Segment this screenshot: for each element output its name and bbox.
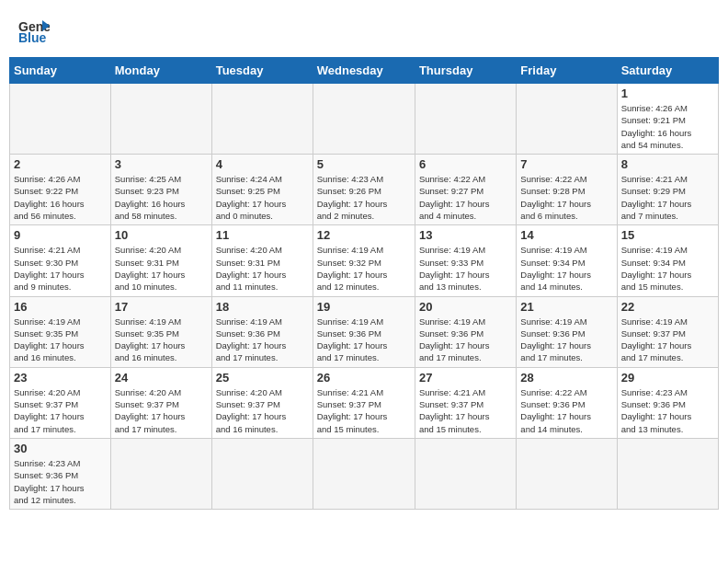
calendar-cell: 3Sunrise: 4:25 AM Sunset: 9:23 PM Daylig… (110, 155, 211, 225)
day-info: Sunrise: 4:19 AM Sunset: 9:36 PM Dayligh… (216, 316, 309, 364)
calendar-cell: 22Sunrise: 4:19 AM Sunset: 9:37 PM Dayli… (617, 296, 718, 367)
calendar-cell: 15Sunrise: 4:19 AM Sunset: 9:34 PM Dayli… (617, 225, 718, 296)
calendar-cell: 12Sunrise: 4:19 AM Sunset: 9:32 PM Dayli… (313, 225, 415, 296)
calendar-cell (211, 84, 313, 155)
day-number: 3 (115, 157, 208, 171)
calendar-cell (110, 438, 211, 509)
calendar-cell: 18Sunrise: 4:19 AM Sunset: 9:36 PM Dayli… (211, 296, 313, 367)
calendar-cell (10, 84, 111, 155)
day-info: Sunrise: 4:20 AM Sunset: 9:37 PM Dayligh… (216, 386, 309, 435)
day-info: Sunrise: 4:22 AM Sunset: 9:27 PM Dayligh… (419, 173, 512, 222)
calendar-cell: 10Sunrise: 4:20 AM Sunset: 9:31 PM Dayli… (110, 225, 211, 296)
calendar-cell: 23Sunrise: 4:20 AM Sunset: 9:37 PM Dayli… (10, 367, 111, 438)
weekday-header-thursday: Thursday (415, 58, 516, 84)
day-info: Sunrise: 4:22 AM Sunset: 9:36 PM Dayligh… (520, 386, 612, 435)
day-info: Sunrise: 4:20 AM Sunset: 9:37 PM Dayligh… (14, 386, 107, 435)
logo: General Blue (17, 13, 50, 46)
header: General Blue (9, 9, 719, 50)
calendar-cell: 29Sunrise: 4:23 AM Sunset: 9:36 PM Dayli… (617, 367, 718, 438)
calendar-row-1: 1Sunrise: 4:26 AM Sunset: 9:21 PM Daylig… (10, 84, 719, 155)
calendar-cell: 21Sunrise: 4:19 AM Sunset: 9:36 PM Dayli… (517, 296, 617, 367)
day-number: 27 (419, 371, 512, 385)
calendar-row-6: 30Sunrise: 4:23 AM Sunset: 9:36 PM Dayli… (10, 438, 719, 509)
day-number: 20 (419, 300, 512, 314)
calendar-cell: 16Sunrise: 4:19 AM Sunset: 9:35 PM Dayli… (10, 296, 111, 367)
day-info: Sunrise: 4:23 AM Sunset: 9:26 PM Dayligh… (317, 173, 411, 222)
day-number: 8 (621, 157, 714, 171)
day-number: 28 (520, 371, 612, 385)
day-info: Sunrise: 4:20 AM Sunset: 9:31 PM Dayligh… (216, 244, 309, 293)
day-info: Sunrise: 4:19 AM Sunset: 9:36 PM Dayligh… (419, 316, 512, 364)
calendar-cell: 13Sunrise: 4:19 AM Sunset: 9:33 PM Dayli… (415, 225, 516, 296)
day-number: 26 (317, 371, 411, 385)
day-number: 29 (621, 371, 714, 385)
calendar-cell: 2Sunrise: 4:26 AM Sunset: 9:22 PM Daylig… (10, 155, 111, 225)
weekday-header-friday: Friday (517, 58, 617, 84)
day-info: Sunrise: 4:20 AM Sunset: 9:37 PM Dayligh… (115, 386, 208, 435)
calendar-cell: 25Sunrise: 4:20 AM Sunset: 9:37 PM Dayli… (211, 367, 313, 438)
calendar-cell: 4Sunrise: 4:24 AM Sunset: 9:25 PM Daylig… (211, 155, 313, 225)
day-number: 25 (216, 371, 309, 385)
day-info: Sunrise: 4:26 AM Sunset: 9:21 PM Dayligh… (621, 102, 714, 151)
day-number: 22 (621, 300, 714, 314)
day-info: Sunrise: 4:26 AM Sunset: 9:22 PM Dayligh… (14, 173, 107, 222)
calendar-cell: 11Sunrise: 4:20 AM Sunset: 9:31 PM Dayli… (211, 225, 313, 296)
calendar-cell (313, 438, 415, 509)
day-info: Sunrise: 4:23 AM Sunset: 9:36 PM Dayligh… (14, 457, 107, 506)
logo-icon: General Blue (17, 13, 50, 46)
calendar-cell: 14Sunrise: 4:19 AM Sunset: 9:34 PM Dayli… (517, 225, 617, 296)
day-number: 11 (216, 228, 309, 242)
calendar-cell: 26Sunrise: 4:21 AM Sunset: 9:37 PM Dayli… (313, 367, 415, 438)
calendar-cell (211, 438, 313, 509)
calendar-cell: 9Sunrise: 4:21 AM Sunset: 9:30 PM Daylig… (10, 225, 111, 296)
day-number: 10 (115, 228, 208, 242)
weekday-header-sunday: Sunday (10, 58, 111, 84)
day-number: 1 (621, 86, 714, 100)
day-info: Sunrise: 4:21 AM Sunset: 9:30 PM Dayligh… (14, 244, 107, 293)
calendar-cell (517, 84, 617, 155)
day-info: Sunrise: 4:19 AM Sunset: 9:35 PM Dayligh… (14, 316, 107, 364)
calendar-cell (415, 84, 516, 155)
day-info: Sunrise: 4:19 AM Sunset: 9:32 PM Dayligh… (317, 244, 411, 293)
day-number: 23 (14, 371, 107, 385)
day-number: 19 (317, 300, 411, 314)
svg-text:Blue: Blue (18, 30, 47, 45)
day-number: 2 (14, 157, 107, 171)
day-info: Sunrise: 4:20 AM Sunset: 9:31 PM Dayligh… (115, 244, 208, 293)
day-number: 5 (317, 157, 411, 171)
day-info: Sunrise: 4:19 AM Sunset: 9:37 PM Dayligh… (621, 316, 714, 364)
calendar-cell (313, 84, 415, 155)
calendar-cell: 28Sunrise: 4:22 AM Sunset: 9:36 PM Dayli… (517, 367, 617, 438)
day-info: Sunrise: 4:19 AM Sunset: 9:34 PM Dayligh… (520, 244, 612, 293)
day-number: 16 (14, 300, 107, 314)
day-number: 13 (419, 228, 512, 242)
day-info: Sunrise: 4:25 AM Sunset: 9:23 PM Dayligh… (115, 173, 208, 222)
day-number: 7 (520, 157, 612, 171)
weekday-header-saturday: Saturday (617, 58, 718, 84)
day-info: Sunrise: 4:22 AM Sunset: 9:28 PM Dayligh… (520, 173, 612, 222)
calendar-cell: 6Sunrise: 4:22 AM Sunset: 9:27 PM Daylig… (415, 155, 516, 225)
day-number: 4 (216, 157, 309, 171)
day-info: Sunrise: 4:19 AM Sunset: 9:36 PM Dayligh… (317, 316, 411, 364)
calendar-row-4: 16Sunrise: 4:19 AM Sunset: 9:35 PM Dayli… (10, 296, 719, 367)
day-info: Sunrise: 4:24 AM Sunset: 9:25 PM Dayligh… (216, 173, 309, 222)
calendar-cell: 24Sunrise: 4:20 AM Sunset: 9:37 PM Dayli… (110, 367, 211, 438)
weekday-header-tuesday: Tuesday (211, 58, 313, 84)
day-number: 6 (419, 157, 512, 171)
day-info: Sunrise: 4:19 AM Sunset: 9:35 PM Dayligh… (115, 316, 208, 364)
day-number: 30 (14, 442, 107, 455)
calendar-cell: 5Sunrise: 4:23 AM Sunset: 9:26 PM Daylig… (313, 155, 415, 225)
calendar-cell: 7Sunrise: 4:22 AM Sunset: 9:28 PM Daylig… (517, 155, 617, 225)
day-info: Sunrise: 4:21 AM Sunset: 9:37 PM Dayligh… (317, 386, 411, 435)
calendar-cell (617, 438, 718, 509)
day-number: 14 (520, 228, 612, 242)
day-info: Sunrise: 4:19 AM Sunset: 9:36 PM Dayligh… (520, 316, 612, 364)
calendar-cell: 1Sunrise: 4:26 AM Sunset: 9:21 PM Daylig… (617, 84, 718, 155)
day-number: 21 (520, 300, 612, 314)
calendar-cell: 20Sunrise: 4:19 AM Sunset: 9:36 PM Dayli… (415, 296, 516, 367)
calendar-row-2: 2Sunrise: 4:26 AM Sunset: 9:22 PM Daylig… (10, 155, 719, 225)
day-info: Sunrise: 4:19 AM Sunset: 9:33 PM Dayligh… (419, 244, 512, 293)
calendar-cell: 27Sunrise: 4:21 AM Sunset: 9:37 PM Dayli… (415, 367, 516, 438)
calendar-cell (110, 84, 211, 155)
day-info: Sunrise: 4:19 AM Sunset: 9:34 PM Dayligh… (621, 244, 714, 293)
